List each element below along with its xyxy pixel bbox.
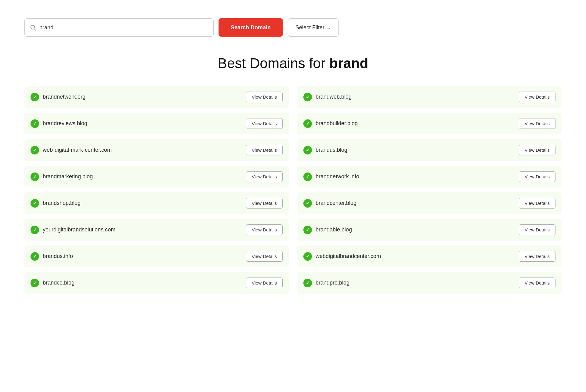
available-check-icon bbox=[303, 119, 312, 128]
domain-name: brandweb.blog bbox=[316, 94, 352, 100]
domain-name: brandshop.blog bbox=[43, 200, 81, 206]
domain-row: brandnetwork.org View Details bbox=[24, 86, 289, 108]
search-wrapper bbox=[24, 18, 214, 37]
view-details-button[interactable]: View Details bbox=[246, 251, 283, 262]
domain-left: brandbuilder.blog bbox=[303, 119, 358, 128]
view-details-button[interactable]: View Details bbox=[519, 171, 555, 182]
view-details-button[interactable]: View Details bbox=[246, 92, 283, 102]
view-details-button[interactable]: View Details bbox=[246, 171, 283, 182]
available-check-icon bbox=[303, 279, 312, 287]
domain-row: webdigitalbrandcenter.com View Details bbox=[297, 245, 562, 267]
domain-row: brandus.info View Details bbox=[24, 245, 289, 267]
domain-name: web-digital-mark-center.com bbox=[43, 147, 112, 153]
domain-row: yourdigitalbrandsolutions.com View Detai… bbox=[24, 219, 289, 241]
view-details-button[interactable]: View Details bbox=[519, 251, 555, 262]
top-bar: Search Domain Select Filter ⌄ bbox=[24, 18, 562, 37]
available-check-icon bbox=[303, 146, 312, 154]
view-details-button[interactable]: View Details bbox=[246, 224, 283, 235]
domain-name: brandus.blog bbox=[316, 147, 347, 153]
available-check-icon bbox=[303, 226, 312, 234]
domain-left: brandnetwork.org bbox=[31, 93, 85, 101]
page-title: Best Domains for brand bbox=[24, 55, 562, 71]
domain-row: brandcenter.blog View Details bbox=[297, 192, 562, 214]
search-input[interactable] bbox=[39, 24, 208, 31]
available-check-icon bbox=[31, 252, 39, 261]
domain-left: brandreviews.blog bbox=[31, 119, 87, 128]
available-check-icon bbox=[31, 119, 39, 128]
view-details-button[interactable]: View Details bbox=[246, 118, 283, 129]
view-details-button[interactable]: View Details bbox=[519, 278, 555, 288]
domain-left: brandpro.blog bbox=[303, 279, 349, 287]
domain-row: brandbuilder.blog View Details bbox=[297, 113, 562, 134]
available-check-icon bbox=[31, 226, 39, 234]
domain-name: brandreviews.blog bbox=[43, 120, 87, 127]
domain-left: brandco.blog bbox=[31, 279, 74, 287]
available-check-icon bbox=[31, 199, 39, 208]
view-details-button[interactable]: View Details bbox=[519, 198, 555, 209]
search-icon bbox=[30, 24, 36, 31]
available-check-icon bbox=[303, 252, 312, 261]
chevron-down-icon: ⌄ bbox=[327, 25, 331, 30]
domain-left: yourdigitalbrandsolutions.com bbox=[31, 226, 115, 234]
domain-left: brandshop.blog bbox=[31, 199, 81, 208]
domain-row: brandus.blog View Details bbox=[297, 139, 562, 161]
domain-name: brandnetwork.info bbox=[316, 173, 359, 180]
domain-left: brandcenter.blog bbox=[303, 199, 356, 208]
domain-row: web-digital-mark-center.com View Details bbox=[24, 139, 289, 161]
select-filter-button[interactable]: Select Filter ⌄ bbox=[288, 18, 339, 37]
view-details-button[interactable]: View Details bbox=[246, 198, 283, 209]
view-details-button[interactable]: View Details bbox=[519, 118, 555, 129]
domain-row: brandshop.blog View Details bbox=[24, 192, 289, 214]
domain-name: webdigitalbrandcenter.com bbox=[316, 253, 381, 260]
available-check-icon bbox=[303, 93, 312, 101]
domain-left: webdigitalbrandcenter.com bbox=[303, 252, 381, 261]
available-check-icon bbox=[31, 93, 39, 101]
domain-name: brandco.blog bbox=[43, 280, 74, 286]
available-check-icon bbox=[303, 199, 312, 208]
domain-name: brandbuilder.blog bbox=[316, 120, 358, 127]
view-details-button[interactable]: View Details bbox=[519, 145, 555, 155]
domain-left: brandable.blog bbox=[303, 226, 352, 234]
domain-name: brandpro.blog bbox=[316, 280, 349, 286]
available-check-icon bbox=[31, 279, 39, 287]
domain-row: brandweb.blog View Details bbox=[297, 86, 562, 108]
domain-row: brandnetwork.info View Details bbox=[297, 166, 562, 187]
domain-name: brandcenter.blog bbox=[316, 200, 356, 206]
view-details-button[interactable]: View Details bbox=[519, 92, 555, 102]
domain-row: brandable.blog View Details bbox=[297, 219, 562, 241]
domain-name: brandus.info bbox=[43, 253, 73, 260]
domain-left: brandus.blog bbox=[303, 146, 347, 154]
domain-left: brandus.info bbox=[31, 252, 73, 261]
available-check-icon bbox=[31, 146, 39, 154]
domain-left: brandmarketing.blog bbox=[31, 172, 93, 181]
domain-name: brandmarketing.blog bbox=[43, 173, 93, 180]
domain-row: brandpro.blog View Details bbox=[297, 272, 562, 294]
view-details-button[interactable]: View Details bbox=[246, 145, 283, 155]
svg-line-1 bbox=[34, 29, 36, 30]
available-check-icon bbox=[31, 172, 39, 181]
domain-row: brandreviews.blog View Details bbox=[24, 113, 289, 134]
domain-name: brandnetwork.org bbox=[43, 94, 85, 100]
domain-name: yourdigitalbrandsolutions.com bbox=[43, 227, 115, 233]
domain-row: brandco.blog View Details bbox=[24, 272, 289, 294]
domain-grid: brandnetwork.org View Details brandweb.b… bbox=[24, 86, 562, 294]
domain-left: web-digital-mark-center.com bbox=[31, 146, 112, 154]
domain-left: brandnetwork.info bbox=[303, 172, 359, 181]
view-details-button[interactable]: View Details bbox=[519, 224, 555, 235]
search-domain-button[interactable]: Search Domain bbox=[219, 18, 283, 37]
view-details-button[interactable]: View Details bbox=[246, 278, 283, 288]
domain-row: brandmarketing.blog View Details bbox=[24, 166, 289, 187]
domain-name: brandable.blog bbox=[316, 227, 352, 233]
filter-button-label: Select Filter bbox=[295, 24, 324, 31]
domain-left: brandweb.blog bbox=[303, 93, 352, 101]
available-check-icon bbox=[303, 172, 312, 181]
